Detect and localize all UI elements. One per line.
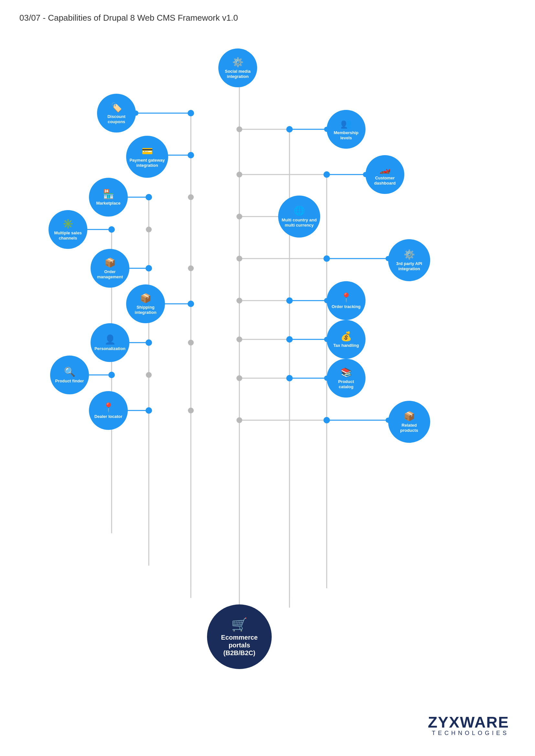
social-media-node: ⚙️ Social mediaintegration <box>218 48 257 87</box>
svg-point-64 <box>237 375 242 381</box>
membership-label: Membershiplevels <box>331 130 361 140</box>
svg-point-40 <box>237 172 242 177</box>
multi-country-label: Multi country andmulti currency <box>279 218 319 228</box>
svg-point-75 <box>188 265 194 271</box>
discount-coupons-node: 🏷️ Discountcoupons <box>97 94 136 132</box>
order-tracking-node: 📍 Order tracking <box>327 281 366 320</box>
svg-point-49 <box>237 256 242 261</box>
svg-point-61 <box>286 336 293 343</box>
dealer-locator-node: 📍 Dealer locator <box>89 391 128 430</box>
svg-point-32 <box>146 407 152 414</box>
marketplace-icon: 🏪 <box>103 189 114 200</box>
ecommerce-center-node: 🛒 Ecommerce portals(B2B/B2C) <box>207 605 272 669</box>
discount-icon: 🏷️ <box>111 102 122 113</box>
related-products-node: 📦 Relatedproducts <box>388 401 430 443</box>
multi-country-node: 🌐 Multi country andmulti currency <box>278 196 320 237</box>
order-mgmt-label: Ordermanagement <box>95 269 126 279</box>
ecommerce-icon: 🛒 <box>231 617 247 632</box>
svg-point-77 <box>188 408 194 413</box>
svg-point-37 <box>286 126 293 132</box>
svg-point-66 <box>286 375 293 381</box>
logo-main: ZYXWARE <box>428 713 509 731</box>
svg-point-51 <box>324 255 330 262</box>
payment-icon: 💳 <box>142 146 153 156</box>
order-tracking-label: Order tracking <box>329 304 363 309</box>
social-media-icon: ⚙️ <box>232 57 243 68</box>
shipping-icon: 📦 <box>140 293 152 304</box>
payment-label: Payment gatewayintegration <box>127 158 167 168</box>
related-icon: 📦 <box>404 411 415 421</box>
multiple-sales-label: Multiple saleschannels <box>51 230 84 240</box>
zyxware-logo: ZYXWARE TECHNOLOGIES <box>428 713 509 737</box>
customer-dashboard-node: 🏎️ Customerdashboard <box>366 155 404 194</box>
page-label: 03/07 - Capabilities of Drupal 8 Web CMS… <box>19 13 238 23</box>
marketplace-node: 🏪 Marketplace <box>89 178 128 217</box>
multi-country-icon: 🌐 <box>294 205 305 216</box>
membership-node: 👥 Membershiplevels <box>327 110 366 149</box>
shipping-label: Shippingintegration <box>132 305 159 315</box>
svg-point-76 <box>188 340 194 345</box>
api-icon: ⚙️ <box>404 249 415 260</box>
catalog-icon: 📚 <box>341 367 352 378</box>
discount-label: Discountcoupons <box>105 114 128 124</box>
svg-point-56 <box>286 297 293 304</box>
product-finder-icon: 🔍 <box>64 366 75 377</box>
multiple-sales-node: ✳️ Multiple saleschannels <box>48 210 87 249</box>
svg-point-69 <box>237 417 242 423</box>
ecommerce-label: Ecommerce portals(B2B/B2C) <box>207 634 272 657</box>
svg-point-8 <box>187 110 194 116</box>
catalog-label: Productcatalog <box>335 379 356 389</box>
personalization-node: 👤 Personalization <box>91 323 129 362</box>
svg-point-45 <box>237 214 242 220</box>
shipping-node: 📦 Shippingintegration <box>126 284 165 323</box>
product-catalog-node: 📚 Productcatalog <box>327 359 366 397</box>
personalization-label: Personalization <box>92 346 128 351</box>
svg-point-78 <box>146 227 152 232</box>
svg-point-80 <box>146 372 152 378</box>
svg-point-59 <box>237 337 242 342</box>
order-tracking-icon: 📍 <box>341 292 352 303</box>
marketplace-label: Marketplace <box>94 201 123 206</box>
svg-point-11 <box>187 152 194 158</box>
svg-point-54 <box>237 298 242 304</box>
dashboard-label: Customerdashboard <box>372 176 398 185</box>
order-mgmt-icon: 📦 <box>104 257 116 268</box>
api-integration-node: ⚙️ 3rd party APIintegration <box>388 239 430 281</box>
svg-point-35 <box>237 126 242 132</box>
svg-point-71 <box>324 417 330 423</box>
membership-icon: 👥 <box>341 118 352 129</box>
product-finder-label: Product finder <box>53 378 87 384</box>
svg-point-74 <box>188 194 194 200</box>
related-label: Relatedproducts <box>398 423 421 433</box>
multiple-sales-icon: ✳️ <box>62 219 74 229</box>
dealer-label: Dealer locator <box>92 414 125 419</box>
logo-sub: TECHNOLOGIES <box>428 730 509 737</box>
personalization-icon: 👤 <box>104 334 116 345</box>
svg-point-14 <box>146 194 152 201</box>
svg-point-23 <box>187 301 194 307</box>
tax-label: Tax handling <box>330 343 361 348</box>
order-management-node: 📦 Ordermanagement <box>91 249 129 288</box>
dashboard-icon: 🏎️ <box>380 164 391 174</box>
svg-point-26 <box>146 339 152 346</box>
social-media-label: Social mediaintegration <box>222 69 253 79</box>
tax-handling-node: 💰 Tax handling <box>327 320 366 359</box>
svg-point-17 <box>108 226 115 233</box>
dealer-icon: 📍 <box>103 402 114 413</box>
payment-gateway-node: 💳 Payment gatewayintegration <box>126 136 168 178</box>
product-finder-node: 🔍 Product finder <box>50 356 89 394</box>
svg-point-29 <box>108 372 115 378</box>
tax-icon: 💰 <box>341 331 352 342</box>
api-label: 3rd party APIintegration <box>394 261 425 271</box>
svg-point-42 <box>324 171 330 178</box>
svg-point-20 <box>146 265 152 272</box>
